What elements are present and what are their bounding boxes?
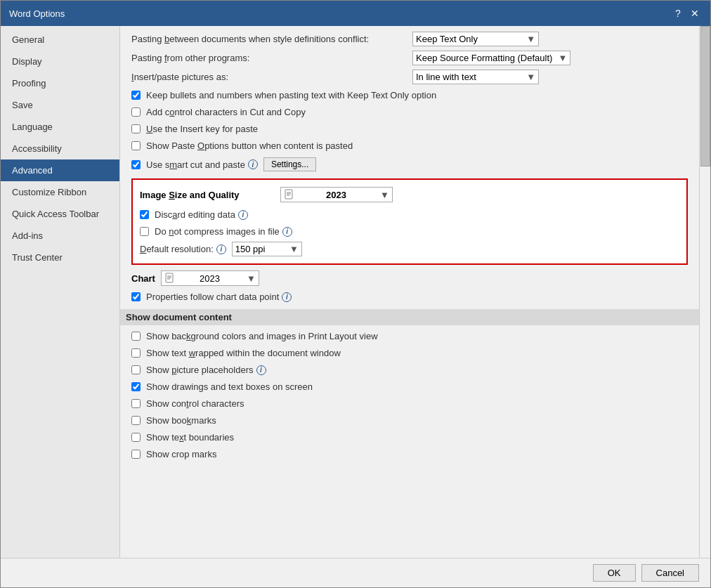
pasting-row-2: Pasting from other programs: Keep Source… <box>131 51 688 65</box>
sidebar-item-accessibility[interactable]: Accessibility <box>1 138 119 159</box>
sidebar-item-quick-access-toolbar[interactable]: Quick Access Toolbar <box>1 203 119 225</box>
sidebar-item-add-ins[interactable]: Add-ins <box>1 225 119 247</box>
checkbox-label-smart-cut: Use smart cut and paste <box>146 159 245 170</box>
checkbox-row-3: Use the Insert key for paste <box>131 122 688 136</box>
checkbox-show-control-chars: Show control characters <box>131 397 688 410</box>
checkbox-row-5: Use smart cut and paste i Settings... <box>131 156 688 173</box>
checkbox-row-2: Add control characters in Cut and Copy <box>131 105 688 119</box>
image-section-dropdown[interactable]: 2023 ▼ <box>280 187 393 202</box>
close-button[interactable]: ✕ <box>688 6 702 20</box>
checkbox-no-compress[interactable] <box>140 227 149 236</box>
sidebar: GeneralDisplayProofingSaveLanguageAccess… <box>1 26 120 558</box>
info-icon-smart-cut[interactable]: i <box>248 159 258 169</box>
ok-button[interactable]: OK <box>593 564 636 582</box>
checkbox-label-text-boundaries: Show text boundaries <box>146 432 234 443</box>
checkbox-label-drawings: Show drawings and text boxes on screen <box>146 381 313 392</box>
info-icon-chart-props[interactable]: i <box>282 292 292 302</box>
checkbox-text-boundaries[interactable] <box>131 433 141 442</box>
checkbox-add-control[interactable] <box>131 107 141 117</box>
checkbox-keep-bullets[interactable] <box>131 91 141 100</box>
chart-dropdown[interactable]: 2023 ▼ <box>161 270 259 286</box>
checkbox-label-chart-props: Properties follow chart data point <box>146 292 279 302</box>
checkbox-picture-placeholders[interactable] <box>131 365 141 374</box>
help-button[interactable]: ? <box>671 6 685 20</box>
checkbox-label-control-chars: Show control characters <box>146 398 244 409</box>
sidebar-item-trust-center[interactable]: Trust Center <box>1 247 119 268</box>
checkbox-bg-colors[interactable] <box>131 332 141 341</box>
checkbox-crop-marks[interactable] <box>131 450 141 459</box>
chart-doc-icon <box>164 273 176 284</box>
checkbox-compress: Do not compress images in file i <box>140 225 679 238</box>
checkbox-insert-key[interactable] <box>131 124 141 133</box>
checkbox-show-paste-options[interactable] <box>131 141 141 150</box>
checkbox-smart-cut[interactable] <box>131 160 141 169</box>
image-dropdown-value: 2023 <box>326 190 346 200</box>
checkbox-label-discard: Discard editing data <box>155 209 235 220</box>
sidebar-item-language[interactable]: Language <box>1 116 119 138</box>
checkbox-show-wrapped: Show text wrapped within the document wi… <box>131 346 688 360</box>
checkbox-show-text-boundaries: Show text boundaries <box>131 431 688 444</box>
image-size-quality-section: Image Size and Quality 2023 ▼ <box>131 178 688 265</box>
resolution-row: Default resolution: i 150 ppi ▼ <box>140 242 679 256</box>
settings-button[interactable]: Settings... <box>263 157 316 171</box>
checkbox-properties-follow[interactable] <box>131 292 141 301</box>
chart-dropdown-value: 2023 <box>200 273 220 284</box>
content-scroll: Pasting between documents when style def… <box>120 26 699 558</box>
pasting-label-1: Pasting between documents when style def… <box>131 34 412 44</box>
checkbox-show-crop-marks: Show crop marks <box>131 447 688 461</box>
sidebar-item-customize-ribbon[interactable]: Customize Ribbon <box>1 181 119 203</box>
checkbox-label-add-control: Add control characters in Cut and Copy <box>146 107 306 117</box>
checkbox-discard-editing[interactable] <box>140 210 149 219</box>
pasting-dropdown-value-3: In line with text <box>416 72 476 82</box>
checkbox-control-chars[interactable] <box>131 399 141 408</box>
checkbox-discard: Discard editing data i <box>140 208 679 221</box>
scrollbar-track[interactable] <box>699 26 710 558</box>
sidebar-item-advanced[interactable]: Advanced <box>1 159 119 181</box>
resolution-dropdown[interactable]: 150 ppi ▼ <box>232 242 302 256</box>
info-icon-resolution[interactable]: i <box>216 244 226 254</box>
sidebar-item-general[interactable]: General <box>1 29 119 51</box>
dialog-title: Word Options <box>9 8 65 19</box>
pasting-dropdown-1[interactable]: Keep Text Only ▼ <box>412 32 539 46</box>
resolution-label: Default resolution: <box>140 244 214 254</box>
checkbox-show-bookmarks: Show bookmarks <box>131 414 688 427</box>
checkbox-label-show-paste: Show Paste Options button when content i… <box>146 141 353 151</box>
info-icon-placeholders[interactable]: i <box>256 365 266 375</box>
checkbox-label-no-compress: Do not compress images in file <box>155 226 280 237</box>
checkbox-show-bg: Show background colors and images in Pri… <box>131 329 688 343</box>
info-icon-compress[interactable]: i <box>282 227 292 237</box>
checkbox-row-1: Keep bullets and numbers when pasting te… <box>131 89 688 102</box>
show-doc-content-title: Show document content <box>126 312 232 322</box>
sidebar-item-display[interactable]: Display <box>1 51 119 72</box>
checkbox-row-4: Show Paste Options button when content i… <box>131 139 688 152</box>
checkbox-label-picture-placeholders: Show picture placeholders <box>146 365 254 375</box>
checkbox-label-bg-colors: Show background colors and images in Pri… <box>146 331 378 341</box>
checkbox-chart-props: Properties follow chart data point i <box>131 290 688 303</box>
dialog-footer: OK Cancel <box>1 558 710 587</box>
chevron-down-icon-6: ▼ <box>247 273 256 284</box>
pasting-row-1: Pasting between documents when style def… <box>131 32 688 46</box>
checkbox-drawings[interactable] <box>131 382 141 391</box>
info-icon-discard[interactable]: i <box>238 210 248 220</box>
checkbox-show-drawings: Show drawings and text boxes on screen <box>131 380 688 393</box>
pasting-row-3: Insert/paste pictures as: In line with t… <box>131 70 688 84</box>
pasting-dropdown-3[interactable]: In line with text ▼ <box>412 70 539 84</box>
pasting-dropdown-value-1: Keep Text Only <box>416 34 478 44</box>
checkbox-text-wrapped[interactable] <box>131 348 141 358</box>
pasting-dropdown-value-2: Keep Source Formatting (Default) <box>416 53 552 63</box>
checkbox-bookmarks[interactable] <box>131 416 141 425</box>
pasting-label-2: Pasting from other programs: <box>131 53 412 63</box>
sidebar-item-proofing[interactable]: Proofing <box>1 72 119 94</box>
chevron-down-icon-5: ▼ <box>289 244 299 254</box>
document-icon <box>284 189 295 200</box>
resolution-value: 150 ppi <box>235 244 266 254</box>
cancel-button[interactable]: Cancel <box>641 564 699 582</box>
image-section-title: Image Size and Quality <box>140 190 280 200</box>
checkbox-label-keep-bullets: Keep bullets and numbers when pasting te… <box>146 90 436 100</box>
scrollbar-thumb[interactable] <box>700 26 710 166</box>
dialog-body: GeneralDisplayProofingSaveLanguageAccess… <box>1 26 710 558</box>
pasting-dropdown-2[interactable]: Keep Source Formatting (Default) ▼ <box>412 51 570 65</box>
sidebar-item-save[interactable]: Save <box>1 94 119 116</box>
title-bar: Word Options ? ✕ <box>1 1 710 26</box>
checkbox-label-text-wrapped: Show text wrapped within the document wi… <box>146 348 341 358</box>
